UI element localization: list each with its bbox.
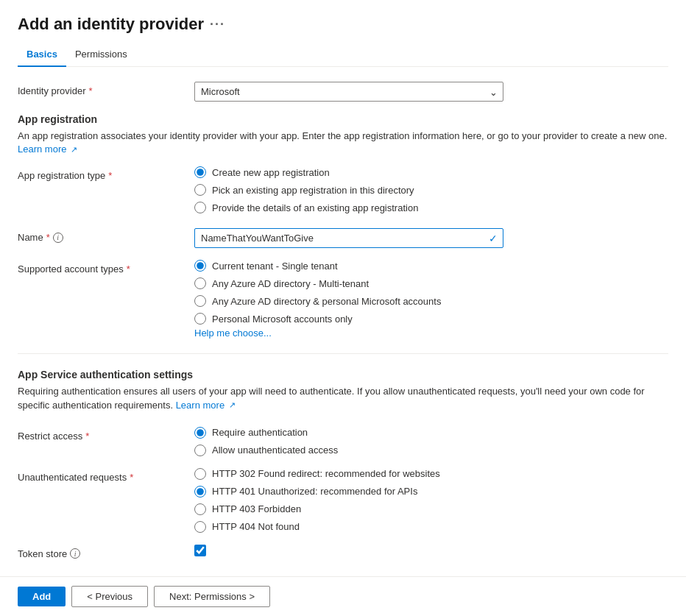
radio-pick-existing-input[interactable]: [194, 184, 206, 196]
radio-single-tenant-label: Current tenant - Single tenant: [212, 261, 338, 272]
radio-http403[interactable]: HTTP 403 Forbidden: [194, 503, 668, 515]
radio-single-tenant[interactable]: Current tenant - Single tenant: [194, 260, 668, 272]
token-store-checkbox[interactable]: [194, 545, 206, 556]
identity-provider-select[interactable]: Microsoft Apple Facebook GitHub Google T…: [194, 82, 503, 102]
app-registration-desc: An app registration associates your iden…: [18, 130, 668, 156]
radio-multi-tenant-label: Any Azure AD directory - Multi-tenant: [212, 278, 369, 289]
radio-personal-only[interactable]: Personal Microsoft accounts only: [194, 313, 668, 325]
name-input[interactable]: [194, 228, 503, 248]
tab-basics[interactable]: Basics: [18, 43, 66, 67]
radio-http302[interactable]: HTTP 302 Found redirect: recommended for…: [194, 468, 668, 480]
radio-create-new-label: Create new app registration: [212, 167, 330, 178]
radio-multi-tenant-input[interactable]: [194, 277, 206, 289]
radio-http404[interactable]: HTTP 404 Not found: [194, 521, 668, 533]
name-field-label: Name * i: [18, 228, 194, 243]
app-reg-type-radio-group: Create new app registration Pick an exis…: [194, 166, 668, 213]
radio-multi-tenant[interactable]: Any Azure AD directory - Multi-tenant: [194, 277, 668, 289]
restrict-access-control: Require authentication Allow unauthentic…: [194, 427, 668, 456]
name-field-control: ✓: [194, 228, 668, 248]
radio-personal-only-label: Personal Microsoft accounts only: [212, 314, 353, 325]
unauth-requests-label: Unauthenticated requests *: [18, 468, 194, 483]
radio-http302-input[interactable]: [194, 468, 206, 480]
restrict-access-label: Restrict access *: [18, 427, 194, 442]
name-input-wrapper: ✓: [194, 228, 503, 248]
radio-create-new[interactable]: Create new app registration: [194, 166, 668, 178]
token-store-checkbox-wrapper: [194, 545, 668, 556]
radio-allow-unauth[interactable]: Allow unauthenticated access: [194, 445, 668, 456]
required-marker-2: *: [108, 170, 112, 181]
tab-permissions[interactable]: Permissions: [66, 43, 136, 67]
radio-multi-and-personal[interactable]: Any Azure AD directory & personal Micros…: [194, 295, 668, 307]
app-registration-title: App registration: [18, 113, 668, 125]
external-link-icon: ↗: [71, 144, 77, 155]
radio-provide-details-input[interactable]: [194, 202, 206, 213]
radio-pick-existing-label: Pick an existing app registration in thi…: [212, 185, 414, 196]
account-types-radio-group: Current tenant - Single tenant Any Azure…: [194, 260, 668, 325]
radio-require-auth-input[interactable]: [194, 427, 206, 439]
radio-http401-label: HTTP 401 Unauthorized: recommended for A…: [212, 486, 417, 497]
supported-account-types-label: Supported account types *: [18, 260, 194, 275]
app-service-auth-section: App Service authentication settings Requ…: [18, 369, 668, 411]
radio-provide-details-label: Provide the details of an existing app r…: [212, 202, 418, 213]
token-store-row: Token store i: [18, 545, 668, 559]
radio-personal-only-input[interactable]: [194, 313, 206, 325]
radio-http401[interactable]: HTTP 401 Unauthorized: recommended for A…: [194, 486, 668, 498]
page-title-row: Add an identity provider ···: [18, 15, 668, 34]
radio-http302-label: HTTP 302 Found redirect: recommended for…: [212, 468, 440, 479]
checkmark-icon: ✓: [489, 233, 498, 244]
radio-allow-unauth-input[interactable]: [194, 445, 206, 456]
app-service-auth-title: App Service authentication settings: [18, 369, 668, 380]
radio-multi-and-personal-input[interactable]: [194, 295, 206, 307]
unauth-requests-row: Unauthenticated requests * HTTP 302 Foun…: [18, 468, 668, 533]
identity-provider-select-wrapper: Microsoft Apple Facebook GitHub Google T…: [194, 82, 503, 102]
token-store-control: [194, 545, 668, 556]
required-marker: *: [89, 85, 93, 96]
required-marker-4: *: [127, 263, 130, 275]
token-store-info-icon[interactable]: i: [70, 548, 80, 559]
app-reg-type-label: App registration type *: [18, 166, 194, 181]
external-link-icon-2: ↗: [229, 400, 236, 411]
radio-single-tenant-input[interactable]: [194, 260, 206, 272]
unauth-requests-control: HTTP 302 Found redirect: recommended for…: [194, 468, 668, 533]
radio-require-auth-label: Require authentication: [212, 427, 308, 438]
radio-http401-input[interactable]: [194, 486, 206, 498]
app-reg-type-control: Create new app registration Pick an exis…: [194, 166, 668, 213]
tab-bar: Basics Permissions: [18, 43, 668, 67]
unauth-requests-radio-group: HTTP 302 Found redirect: recommended for…: [194, 468, 668, 533]
radio-http403-input[interactable]: [194, 503, 206, 515]
app-service-auth-desc: Requiring authentication ensures all use…: [18, 385, 668, 411]
ellipsis-menu[interactable]: ···: [210, 17, 225, 32]
required-marker-6: *: [130, 472, 133, 483]
supported-account-types-control: Current tenant - Single tenant Any Azure…: [194, 260, 668, 339]
next-button[interactable]: Next: Permissions >: [154, 586, 270, 607]
radio-http404-input[interactable]: [194, 521, 206, 533]
name-info-icon[interactable]: i: [53, 233, 63, 243]
identity-provider-control: Microsoft Apple Facebook GitHub Google T…: [194, 82, 668, 102]
page-title: Add an identity provider: [18, 15, 204, 34]
help-me-choose-link[interactable]: Help me choose...: [194, 328, 272, 339]
app-service-auth-learn-more[interactable]: Learn more ↗: [176, 400, 236, 411]
supported-account-types-row: Supported account types * Current tenant…: [18, 260, 668, 339]
app-registration-section: App registration An app registration ass…: [18, 113, 668, 213]
radio-http403-label: HTTP 403 Forbidden: [212, 503, 301, 514]
add-button[interactable]: Add: [18, 587, 66, 606]
footer: Add < Previous Next: Permissions >: [0, 576, 686, 616]
previous-button[interactable]: < Previous: [71, 586, 148, 607]
section-divider: [18, 353, 668, 354]
required-marker-5: *: [85, 431, 89, 442]
identity-provider-label: Identity provider *: [18, 82, 194, 96]
radio-provide-details[interactable]: Provide the details of an existing app r…: [194, 202, 668, 213]
app-registration-learn-more[interactable]: Learn more ↗: [18, 144, 77, 155]
radio-require-auth[interactable]: Require authentication: [194, 427, 668, 439]
name-field-row: Name * i ✓: [18, 228, 668, 248]
radio-allow-unauth-label: Allow unauthenticated access: [212, 445, 338, 456]
radio-http404-label: HTTP 404 Not found: [212, 521, 300, 532]
restrict-access-radio-group: Require authentication Allow unauthentic…: [194, 427, 668, 456]
app-reg-type-row: App registration type * Create new app r…: [18, 166, 668, 213]
required-marker-3: *: [46, 232, 50, 243]
identity-provider-row: Identity provider * Microsoft Apple Face…: [18, 82, 668, 102]
radio-pick-existing[interactable]: Pick an existing app registration in thi…: [194, 184, 668, 196]
restrict-access-row: Restrict access * Require authentication…: [18, 427, 668, 456]
radio-multi-and-personal-label: Any Azure AD directory & personal Micros…: [212, 296, 441, 307]
radio-create-new-input[interactable]: [194, 166, 206, 178]
